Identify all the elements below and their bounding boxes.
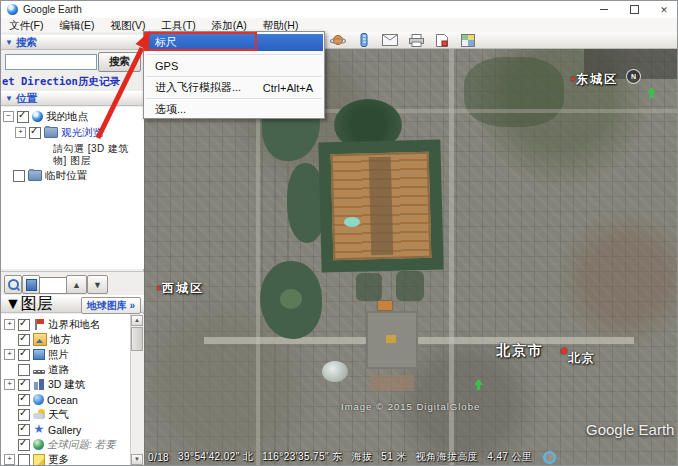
checkbox-weather[interactable] xyxy=(18,409,30,421)
scrollbar-thumb[interactable] xyxy=(131,327,143,351)
layer-row-3d-buildings[interactable]: + 3D 建筑 xyxy=(4,378,132,391)
checkbox-temporary-places[interactable] xyxy=(13,170,25,182)
scroll-up-button[interactable]: ▲ xyxy=(131,315,143,326)
expander-minus-icon[interactable]: − xyxy=(3,111,14,122)
menu-item-flight-simulator[interactable]: 进入飞行模拟器... Ctrl+Alt+A xyxy=(145,79,323,96)
search-places-button[interactable] xyxy=(4,275,22,294)
tab-get-directions[interactable]: et Direction xyxy=(2,75,78,87)
layers-panel-header[interactable]: ▼ 图层 地球图库 » xyxy=(1,295,144,313)
expander-plus-icon[interactable]: + xyxy=(4,349,15,360)
checkbox-sightseeing[interactable] xyxy=(29,127,41,139)
tree-item-temporary-places[interactable]: 临时位置 xyxy=(13,169,87,182)
places-tree: − 我的地点 + 观光浏览 請勾選 [3D 建筑 物] 图层 临时位置 xyxy=(1,107,144,269)
checkbox-places[interactable] xyxy=(18,334,30,346)
maps-icon[interactable] xyxy=(458,33,478,47)
tree-item-my-places[interactable]: − 我的地点 xyxy=(3,110,88,123)
park-patch-northeast xyxy=(464,57,564,127)
save-image-icon[interactable] xyxy=(432,33,452,47)
ruler-icon[interactable] xyxy=(354,33,374,47)
checkbox-roads[interactable] xyxy=(18,364,30,376)
search-button[interactable]: 搜索 xyxy=(98,52,141,72)
expander-plus-icon[interactable]: + xyxy=(4,379,15,390)
move-down-button[interactable]: ▼ xyxy=(87,275,108,294)
places-panel-header[interactable]: ▼ 位置 xyxy=(1,91,144,106)
layer-label: 天气 xyxy=(48,408,69,421)
star-icon: ★ xyxy=(33,424,45,435)
minimize-button[interactable] xyxy=(589,1,619,18)
view-in-maps-button[interactable] xyxy=(22,275,40,294)
layer-row-weather[interactable]: 天气 xyxy=(18,408,144,421)
print-icon[interactable] xyxy=(406,33,426,47)
tree-item-sightseeing[interactable]: + 观光浏览 xyxy=(15,126,103,139)
menu-item-gps[interactable]: GPS xyxy=(145,57,323,74)
green-placemark[interactable] xyxy=(647,87,656,98)
temporary-places-label: 临时位置 xyxy=(45,169,87,183)
up-arrow-icon: ▲ xyxy=(72,280,81,290)
google-earth-icon xyxy=(32,111,43,122)
places-layer-icon xyxy=(33,333,47,346)
ncpa-egg xyxy=(322,361,348,382)
compass-north-icon[interactable]: N xyxy=(626,69,641,84)
checkbox-global-awareness[interactable] xyxy=(18,439,30,451)
expander-plus-icon[interactable]: + xyxy=(15,127,26,138)
green-placemark[interactable] xyxy=(474,379,483,390)
buildings-icon xyxy=(33,379,45,390)
checkbox-more[interactable] xyxy=(18,454,30,466)
checkbox-3d-buildings[interactable] xyxy=(18,379,30,391)
layer-row-more[interactable]: + 更多 xyxy=(4,453,132,466)
places-filter-input[interactable] xyxy=(39,277,69,294)
streaming-indicator-icon xyxy=(543,451,556,464)
email-icon[interactable] xyxy=(380,33,400,47)
expander-plus-icon[interactable]: + xyxy=(4,454,15,465)
checkbox-ocean[interactable] xyxy=(18,394,30,406)
search-input[interactable] xyxy=(5,54,97,70)
checkbox-my-places[interactable] xyxy=(17,111,29,123)
city-placemark[interactable] xyxy=(561,348,567,354)
tab-history[interactable]: 历史记录 xyxy=(78,75,120,89)
layer-row-photos[interactable]: + 照片 xyxy=(4,348,132,361)
layer-row-ocean[interactable]: Ocean xyxy=(18,393,144,406)
collapse-triangle-icon: ▼ xyxy=(5,295,21,313)
search-panel-header[interactable]: ▼ 搜索 xyxy=(1,35,144,50)
layer-label: Gallery xyxy=(48,424,81,436)
layers-scrollbar[interactable]: ▲ ▼ xyxy=(130,314,144,466)
sightseeing-note-line2: 物] 图层 xyxy=(53,154,91,168)
nanhai-island xyxy=(280,289,302,309)
expander-plus-icon[interactable]: + xyxy=(4,319,15,330)
layers-tree: + 边界和地名 地方 + 照片 道路 + xyxy=(1,314,144,466)
checkbox-gallery[interactable] xyxy=(18,424,30,436)
book-icon xyxy=(26,279,37,291)
menu-view[interactable]: 视图(V) xyxy=(102,18,153,32)
layer-row-places[interactable]: 地方 xyxy=(18,333,144,346)
close-button[interactable]: ✕ xyxy=(649,1,678,18)
checkbox-photos[interactable] xyxy=(18,349,30,361)
longitude-value: 116°23'35.75" 东 xyxy=(262,450,342,464)
checkbox-borders[interactable] xyxy=(18,319,30,331)
flag-icon xyxy=(33,319,45,330)
forbidden-city-axis xyxy=(369,157,394,256)
menu-edit[interactable]: 编辑(E) xyxy=(51,18,102,32)
district-dot xyxy=(157,286,161,290)
planet-icon[interactable] xyxy=(328,33,348,47)
scroll-down-button[interactable]: ▼ xyxy=(131,454,143,465)
layer-row-global-awareness[interactable]: 全球问题: 若要 xyxy=(18,438,144,451)
menu-item-options[interactable]: 选项... xyxy=(145,101,323,118)
imagery-credit: Image © 2015 DigitalGlobe xyxy=(341,401,480,412)
layer-row-roads[interactable]: 道路 xyxy=(18,363,144,376)
search-panel-title: 搜索 xyxy=(16,36,37,50)
layer-row-gallery[interactable]: ★ Gallery xyxy=(18,423,144,436)
earth-gallery-button[interactable]: 地球图库 » xyxy=(81,297,141,314)
places-panel-title: 位置 xyxy=(16,92,37,106)
move-up-button[interactable]: ▲ xyxy=(66,275,87,294)
google-earth-logo-icon xyxy=(7,4,18,15)
flight-simulator-label: 进入飞行模拟器... xyxy=(155,80,241,95)
photos-icon xyxy=(33,349,45,360)
maximize-button[interactable] xyxy=(619,1,649,18)
ocean-icon xyxy=(33,394,44,405)
menu-help[interactable]: 帮助(H) xyxy=(255,18,307,32)
layer-row-borders[interactable]: + 边界和地名 xyxy=(4,318,132,331)
eye-altitude-value: 4.47 公里 xyxy=(487,450,532,464)
menu-add[interactable]: 添加(A) xyxy=(204,18,255,32)
menu-file[interactable]: 文件(F) xyxy=(1,18,51,32)
menu-tools[interactable]: 工具(T) xyxy=(153,18,203,32)
